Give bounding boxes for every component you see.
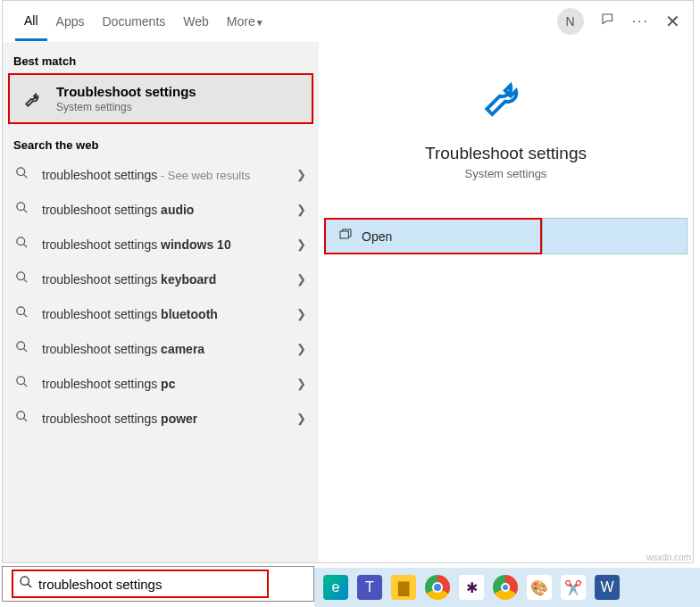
results-panel: Best match Troubleshoot settings System … bbox=[3, 42, 319, 562]
search-input[interactable] bbox=[38, 577, 262, 592]
web-result-text: troubleshoot settings bluetooth bbox=[42, 307, 296, 321]
web-result[interactable]: troubleshoot settings windows 10 ❯ bbox=[3, 227, 319, 262]
chrome-canary-icon[interactable] bbox=[493, 575, 518, 600]
svg-point-2 bbox=[17, 203, 25, 211]
chevron-right-icon: ❯ bbox=[296, 168, 306, 181]
best-match-subtitle: System settings bbox=[56, 101, 196, 113]
web-result-text: troubleshoot settings - See web results bbox=[42, 168, 296, 182]
web-result[interactable]: troubleshoot settings audio ❯ bbox=[3, 192, 319, 227]
svg-line-5 bbox=[23, 244, 27, 247]
chevron-right-icon: ❯ bbox=[296, 237, 306, 251]
svg-line-7 bbox=[23, 279, 27, 282]
web-result-text: troubleshoot settings audio bbox=[42, 203, 296, 217]
search-icon bbox=[15, 236, 33, 253]
watermark: wsxdn.com bbox=[646, 553, 691, 562]
search-icon bbox=[15, 270, 33, 287]
tab-documents[interactable]: Documents bbox=[93, 4, 174, 39]
web-result-text: troubleshoot settings keyboard bbox=[42, 272, 296, 287]
svg-point-6 bbox=[17, 272, 25, 280]
open-row-extension[interactable] bbox=[542, 218, 688, 254]
web-result-text: troubleshoot settings pc bbox=[42, 377, 296, 391]
chevron-right-icon: ❯ bbox=[296, 342, 306, 355]
svg-line-18 bbox=[28, 584, 31, 587]
chevron-down-icon: ▼ bbox=[255, 18, 264, 28]
search-icon bbox=[15, 410, 33, 427]
preview-subtitle: System settings bbox=[337, 167, 675, 180]
tab-more[interactable]: More ▼ bbox=[218, 4, 273, 39]
svg-point-12 bbox=[17, 377, 25, 385]
tab-apps[interactable]: Apps bbox=[47, 4, 94, 39]
search-icon bbox=[15, 340, 33, 357]
tab-web[interactable]: Web bbox=[174, 4, 218, 39]
snip-icon[interactable]: ✂️ bbox=[561, 575, 586, 600]
search-icon bbox=[19, 575, 33, 593]
svg-line-1 bbox=[23, 174, 27, 178]
taskbar: e T ▇ ✱ 🎨 ✂️ W bbox=[314, 568, 700, 607]
web-result[interactable]: troubleshoot settings power ❯ bbox=[3, 401, 319, 436]
chevron-right-icon: ❯ bbox=[296, 377, 306, 390]
svg-line-13 bbox=[23, 383, 27, 387]
wrench-icon bbox=[22, 87, 46, 111]
chrome-icon[interactable] bbox=[425, 575, 450, 600]
tabs-row: All Apps Documents Web More ▼ N ··· ✕ bbox=[3, 1, 693, 42]
search-box[interactable] bbox=[2, 566, 314, 602]
tab-all[interactable]: All bbox=[15, 3, 47, 41]
svg-point-4 bbox=[17, 237, 25, 245]
best-match-result[interactable]: Troubleshoot settings System settings bbox=[8, 73, 313, 124]
search-icon bbox=[15, 201, 33, 218]
chevron-right-icon: ❯ bbox=[296, 203, 306, 216]
preview-panel: Troubleshoot settings System settings Op… bbox=[319, 42, 693, 562]
search-icon bbox=[15, 305, 33, 322]
svg-rect-16 bbox=[340, 231, 348, 238]
paint-icon[interactable]: 🎨 bbox=[527, 575, 552, 600]
web-result-text: troubleshoot settings windows 10 bbox=[42, 237, 296, 252]
web-result[interactable]: troubleshoot settings - See web results … bbox=[3, 157, 319, 192]
best-match-label: Best match bbox=[3, 46, 319, 73]
search-flyout: All Apps Documents Web More ▼ N ··· ✕ Be… bbox=[2, 0, 694, 563]
chevron-right-icon: ❯ bbox=[296, 307, 306, 320]
word-icon[interactable]: W bbox=[595, 575, 620, 600]
web-result[interactable]: troubleshoot settings camera ❯ bbox=[3, 331, 319, 366]
best-match-title: Troubleshoot settings bbox=[56, 84, 196, 99]
search-icon bbox=[15, 166, 33, 183]
svg-point-0 bbox=[17, 168, 25, 176]
search-web-label: Search the web bbox=[3, 129, 319, 157]
open-icon bbox=[338, 228, 353, 245]
svg-line-3 bbox=[23, 209, 27, 212]
svg-point-8 bbox=[17, 307, 25, 315]
svg-line-15 bbox=[23, 418, 27, 421]
feedback-icon[interactable] bbox=[600, 12, 616, 31]
web-result[interactable]: troubleshoot settings bluetooth ❯ bbox=[3, 296, 319, 331]
explorer-icon[interactable]: ▇ bbox=[391, 575, 416, 600]
web-result[interactable]: troubleshoot settings keyboard ❯ bbox=[3, 262, 319, 296]
open-label: Open bbox=[362, 229, 392, 244]
close-icon[interactable]: ✕ bbox=[665, 11, 680, 32]
svg-point-10 bbox=[17, 342, 25, 350]
web-result[interactable]: troubleshoot settings pc ❯ bbox=[3, 366, 319, 401]
wrench-icon bbox=[337, 72, 675, 128]
edge-icon[interactable]: e bbox=[323, 575, 348, 600]
web-result-text: troubleshoot settings power bbox=[42, 412, 296, 426]
slack-icon[interactable]: ✱ bbox=[459, 575, 484, 600]
avatar[interactable]: N bbox=[557, 8, 584, 35]
chevron-right-icon: ❯ bbox=[296, 412, 306, 425]
svg-point-17 bbox=[21, 577, 29, 585]
svg-point-14 bbox=[17, 412, 25, 420]
teams-icon[interactable]: T bbox=[357, 575, 382, 600]
chevron-right-icon: ❯ bbox=[296, 272, 306, 286]
svg-line-9 bbox=[23, 313, 27, 317]
preview-title: Troubleshoot settings bbox=[337, 144, 675, 163]
search-icon bbox=[15, 375, 33, 392]
web-result-text: troubleshoot settings camera bbox=[42, 342, 296, 356]
open-button[interactable]: Open bbox=[324, 218, 542, 254]
svg-line-11 bbox=[23, 348, 27, 352]
more-options-icon[interactable]: ··· bbox=[632, 13, 649, 29]
